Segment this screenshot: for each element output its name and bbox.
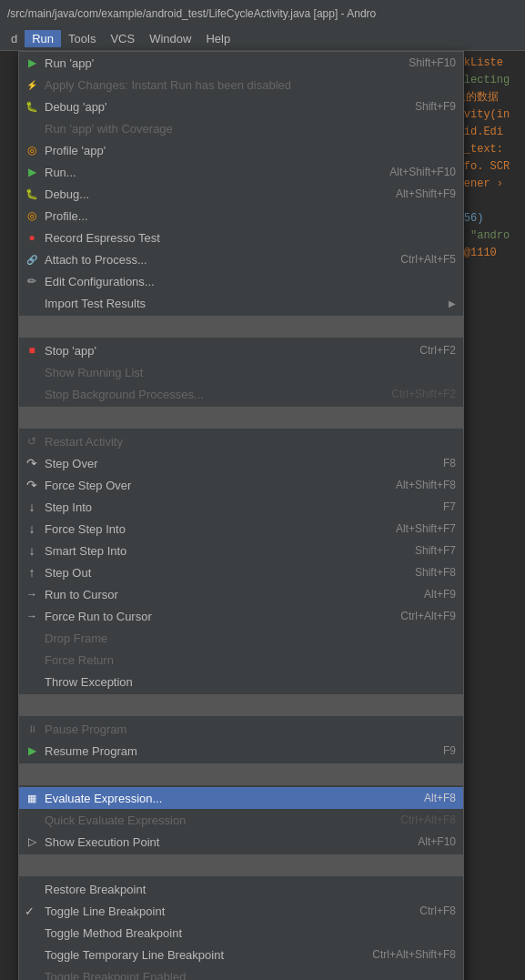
menu-help[interactable]: Help xyxy=(198,30,237,47)
menu-evaluate-expression-label: Evaluate Expression... xyxy=(45,792,409,805)
force-return-icon xyxy=(25,652,39,667)
menu-step-over-shortcut: F8 xyxy=(443,457,456,470)
menu-resume-program[interactable]: ▶ Resume Program F9 xyxy=(19,740,463,762)
menu-stop-app[interactable]: ■ Stop 'app' Ctrl+F2 xyxy=(19,339,463,361)
menu-force-step-into[interactable]: ↓ Force Step Into Alt+Shift+F7 xyxy=(19,518,463,540)
menu-debug-app-label: Debug 'app' xyxy=(45,100,400,114)
menu-profile-ellipsis[interactable]: ◎ Profile... xyxy=(19,205,463,227)
show-execution-icon: ▷ xyxy=(25,834,39,849)
menu-run-cursor[interactable]: → Run to Cursor Alt+F9 xyxy=(19,583,463,605)
menu-quick-evaluate-shortcut: Ctrl+Alt+F8 xyxy=(400,813,456,826)
menu-run-ellipsis-shortcut: Alt+Shift+F10 xyxy=(389,166,456,178)
menu-bar: d Run Tools VCS Window Help xyxy=(0,27,525,51)
pause-program-icon: ⏸ xyxy=(25,722,39,736)
menu-attach-process-label: Attach to Process... xyxy=(45,253,386,267)
step-into-icon: ↓ xyxy=(25,500,39,514)
menu-window[interactable]: Window xyxy=(142,30,198,47)
record-espresso-icon: ● xyxy=(25,230,39,245)
menu-run-coverage-label: Run 'app' with Coverage xyxy=(45,122,456,136)
menu-step-out-shortcut: Shift+F8 xyxy=(415,566,456,579)
menu-smart-step-into[interactable]: ↓ Smart Step Into Shift+F7 xyxy=(19,540,463,561)
drop-frame-icon xyxy=(25,631,39,645)
menu-show-running[interactable]: Show Running List xyxy=(19,361,463,383)
menu-run-coverage: Run 'app' with Coverage xyxy=(19,117,463,139)
menu-import-results[interactable]: Import Test Results ▶ xyxy=(19,292,463,314)
menu-run-ellipsis[interactable]: ▶ Run... Alt+Shift+F10 xyxy=(19,161,463,183)
menu-show-execution-label: Show Execution Point xyxy=(45,835,403,849)
menu-show-running-label: Show Running List xyxy=(45,366,456,379)
menu-file[interactable]: d xyxy=(4,30,25,47)
menu-drop-frame-label: Drop Frame xyxy=(45,631,456,645)
separator-5 xyxy=(19,854,463,876)
menu-step-over[interactable]: ↷ Step Over F8 xyxy=(19,452,463,474)
run-coverage-icon xyxy=(25,121,39,136)
menu-run-app[interactable]: ▶ Run 'app' Shift+F10 xyxy=(19,52,463,74)
separator-4 xyxy=(19,763,463,785)
menu-step-over-label: Step Over xyxy=(45,457,429,470)
separator-3 xyxy=(19,694,463,716)
menu-run-app-label: Run 'app' xyxy=(45,56,394,70)
title-bar: /src/main/java/com/example/android_test/… xyxy=(0,0,525,27)
menu-force-step-over-shortcut: Alt+Shift+F8 xyxy=(396,479,456,491)
menu-step-into[interactable]: ↓ Step Into F7 xyxy=(19,496,463,518)
menu-stop-bg-label: Stop Background Processes... xyxy=(45,388,377,401)
menu-profile-app[interactable]: ◎ Profile 'app' xyxy=(19,139,463,161)
menu-force-run-cursor[interactable]: → Force Run to Cursor Ctrl+Alt+F9 xyxy=(19,605,463,627)
menu-apply-changes: ⚡ Apply Changes: Instant Run has been di… xyxy=(19,74,463,96)
run-cursor-icon: → xyxy=(25,587,39,601)
menu-show-execution[interactable]: ▷ Show Execution Point Alt+F10 xyxy=(19,831,463,853)
menu-run-cursor-label: Run to Cursor xyxy=(45,588,409,601)
toggle-breakpoint-enabled-icon xyxy=(25,969,39,980)
menu-run[interactable]: Run xyxy=(25,30,61,47)
menu-quick-evaluate-label: Quick Evaluate Expression xyxy=(45,813,386,827)
menu-restore-breakpoint[interactable]: Restore Breakpoint xyxy=(19,878,463,900)
menu-force-run-cursor-label: Force Run to Cursor xyxy=(45,610,386,623)
menu-stop-app-shortcut: Ctrl+F2 xyxy=(419,344,456,357)
menu-tools[interactable]: Tools xyxy=(61,30,103,47)
separator-2 xyxy=(19,407,463,429)
menu-restore-breakpoint-label: Restore Breakpoint xyxy=(45,883,456,896)
menu-toggle-method-breakpoint[interactable]: Toggle Method Breakpoint xyxy=(19,922,463,944)
run-ellipsis-icon: ▶ xyxy=(25,165,39,179)
menu-step-into-label: Step Into xyxy=(45,500,429,514)
menu-evaluate-expression[interactable]: ▦ Evaluate Expression... Alt+F8 xyxy=(19,787,463,809)
menu-toggle-line-breakpoint-label: Toggle Line Breakpoint xyxy=(45,904,405,918)
run-menu-dropdown: ▶ Run 'app' Shift+F10 ⚡ Apply Changes: I… xyxy=(18,51,464,980)
toggle-method-breakpoint-icon xyxy=(25,925,39,940)
menu-resume-program-label: Resume Program xyxy=(45,744,429,758)
menu-step-into-shortcut: F7 xyxy=(443,500,456,513)
toggle-temp-breakpoint-icon xyxy=(25,947,39,962)
menu-toggle-temp-breakpoint[interactable]: Toggle Temporary Line Breakpoint Ctrl+Al… xyxy=(19,944,463,965)
menu-toggle-line-breakpoint[interactable]: ✓ Toggle Line Breakpoint Ctrl+F8 xyxy=(19,900,463,922)
menu-show-execution-shortcut: Alt+F10 xyxy=(418,835,456,848)
menu-throw-exception[interactable]: Throw Exception xyxy=(19,671,463,692)
menu-debug-ellipsis-label: Debug... xyxy=(45,187,381,201)
menu-drop-frame: Drop Frame xyxy=(19,627,463,649)
throw-exception-icon xyxy=(25,674,39,689)
menu-import-results-label: Import Test Results xyxy=(45,297,445,310)
menu-force-step-over-label: Force Step Over xyxy=(45,479,381,492)
menu-run-app-shortcut: Shift+F10 xyxy=(409,56,456,69)
menu-debug-ellipsis[interactable]: 🐛 Debug... Alt+Shift+F9 xyxy=(19,183,463,205)
menu-stop-bg: Stop Background Processes... Ctrl+Shift+… xyxy=(19,383,463,405)
menu-step-out[interactable]: ↑ Step Out Shift+F8 xyxy=(19,561,463,583)
menu-attach-process[interactable]: 🔗 Attach to Process... Ctrl+Alt+F5 xyxy=(19,248,463,270)
toggle-line-breakpoint-check: ✓ xyxy=(25,904,35,918)
force-step-over-icon: ↷ xyxy=(25,478,39,492)
menu-edit-configurations[interactable]: ✏ Edit Configurations... xyxy=(19,270,463,292)
menu-restart-activity-label: Restart Activity xyxy=(45,435,456,449)
separator-1 xyxy=(19,316,463,338)
import-results-arrow: ▶ xyxy=(449,298,456,308)
menu-force-step-over[interactable]: ↷ Force Step Over Alt+Shift+F8 xyxy=(19,474,463,496)
menu-smart-step-into-label: Smart Step Into xyxy=(45,544,400,558)
menu-debug-app[interactable]: 🐛 Debug 'app' Shift+F9 xyxy=(19,96,463,117)
stop-app-icon: ■ xyxy=(25,343,39,358)
menu-step-out-label: Step Out xyxy=(45,566,400,580)
run-app-icon: ▶ xyxy=(25,56,39,70)
menu-edit-configurations-label: Edit Configurations... xyxy=(45,275,456,288)
menu-run-ellipsis-label: Run... xyxy=(45,166,375,179)
menu-record-espresso[interactable]: ● Record Espresso Test xyxy=(19,227,463,248)
import-results-icon xyxy=(25,296,39,310)
menu-vcs[interactable]: VCS xyxy=(103,30,142,47)
menu-pause-program: ⏸ Pause Program xyxy=(19,718,463,740)
